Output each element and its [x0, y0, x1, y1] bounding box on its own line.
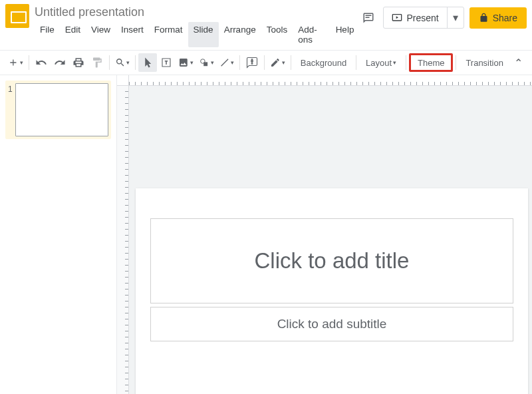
- toolbar: Background Layout Theme Transition ⌃: [0, 50, 532, 75]
- title-placeholder-text: Click to add title: [255, 248, 410, 274]
- select-tool[interactable]: [138, 53, 157, 72]
- share-label: Share: [493, 13, 517, 23]
- slide-canvas[interactable]: Click to add title Click to add subtitle: [136, 188, 528, 394]
- separator: [456, 55, 456, 70]
- app-logo[interactable]: [5, 4, 29, 28]
- image-tool[interactable]: [176, 53, 196, 72]
- separator: [29, 55, 29, 70]
- svg-rect-0: [366, 15, 372, 16]
- transition-button[interactable]: Transition: [459, 53, 510, 72]
- textbox-tool[interactable]: [157, 53, 176, 72]
- subtitle-placeholder-text: Click to add subtitle: [277, 317, 387, 331]
- svg-rect-1: [366, 17, 370, 18]
- background-button[interactable]: Background: [294, 53, 353, 72]
- thumbnail-1[interactable]: 1: [5, 81, 111, 139]
- menubar: File Edit View Insert Format Slide Arran…: [35, 22, 359, 47]
- zoom-button[interactable]: [112, 53, 133, 72]
- undo-button[interactable]: [32, 53, 51, 72]
- ruler-corner: [117, 75, 129, 86]
- comment-tool[interactable]: [243, 53, 261, 72]
- comments-icon[interactable]: [359, 9, 378, 27]
- separator: [239, 55, 240, 70]
- separator: [109, 55, 110, 70]
- svg-rect-3: [203, 62, 207, 66]
- separator: [135, 55, 136, 70]
- share-button[interactable]: Share: [469, 7, 527, 29]
- subtitle-placeholder[interactable]: Click to add subtitle: [150, 307, 513, 341]
- separator: [406, 55, 406, 70]
- thumbnail-number: 1: [8, 83, 13, 136]
- menu-tools[interactable]: Tools: [261, 22, 293, 47]
- thumbnail-preview: [15, 83, 108, 136]
- present-dropdown[interactable]: ▾: [447, 7, 464, 28]
- new-slide-button[interactable]: [5, 53, 26, 72]
- menu-arrange[interactable]: Arrange: [219, 22, 261, 47]
- title-placeholder[interactable]: Click to add title: [150, 218, 513, 303]
- shape-tool[interactable]: [196, 53, 217, 72]
- separator: [356, 55, 356, 70]
- canvas-area: Click to add title Click to add subtitle: [117, 75, 532, 394]
- menu-edit[interactable]: Edit: [60, 22, 86, 47]
- menu-file[interactable]: File: [35, 22, 60, 47]
- menu-addons[interactable]: Add-ons: [293, 22, 330, 47]
- thumbnail-panel: 1: [0, 75, 117, 394]
- pen-tool[interactable]: [267, 53, 288, 72]
- paint-format-button[interactable]: [88, 53, 106, 72]
- menu-slide[interactable]: Slide: [188, 22, 219, 47]
- redo-button[interactable]: [51, 53, 69, 72]
- menu-format[interactable]: Format: [149, 22, 188, 47]
- present-button[interactable]: Present: [384, 7, 446, 28]
- theme-button[interactable]: Theme: [409, 53, 453, 72]
- present-label: Present: [406, 13, 438, 23]
- ruler-vertical[interactable]: [117, 86, 129, 394]
- separator: [291, 55, 291, 70]
- menu-insert[interactable]: Insert: [116, 22, 149, 47]
- doc-title[interactable]: Untitled presentation: [35, 4, 359, 21]
- menu-view[interactable]: View: [86, 22, 116, 47]
- layout-button[interactable]: Layout: [359, 53, 403, 72]
- line-tool[interactable]: [217, 53, 237, 72]
- collapse-toolbar-icon[interactable]: ⌃: [510, 57, 527, 69]
- menu-help[interactable]: Help: [331, 22, 360, 47]
- print-button[interactable]: [69, 53, 88, 72]
- separator: [264, 55, 265, 70]
- ruler-horizontal[interactable]: [129, 75, 532, 86]
